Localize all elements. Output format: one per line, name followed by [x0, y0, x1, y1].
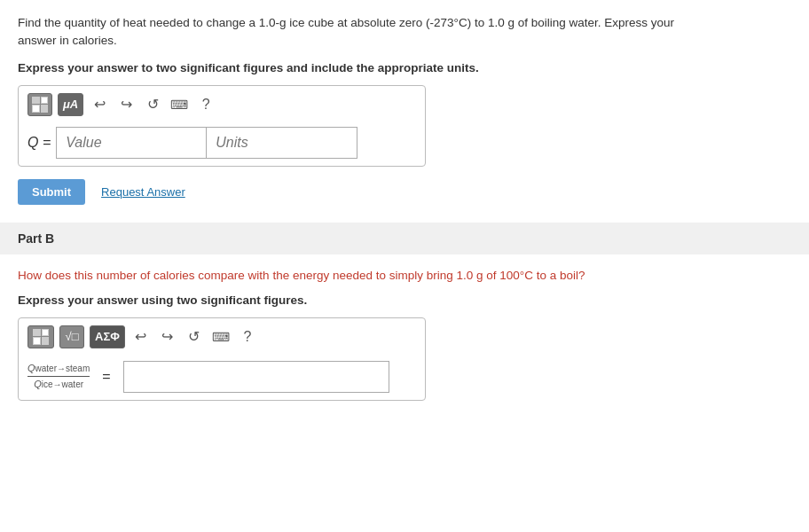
- undo-icon-b[interactable]: ↩: [130, 326, 152, 348]
- toolbar-a: μA ↩ ↪ ↺ ⌨ ?: [27, 93, 416, 120]
- action-row: Submit Request Answer: [18, 179, 791, 205]
- sqrt-button[interactable]: √□: [59, 325, 84, 348]
- part-b-header: Part B: [0, 223, 809, 254]
- answer-box-b: √□ ΑΣΦ ↩ ↪ ↺ ⌨ ? Qwater→steam Qice→w: [18, 317, 426, 401]
- fraction-row: Qwater→steam Qice→water =: [27, 361, 416, 393]
- fraction-line: [27, 376, 90, 377]
- equals-sign: =: [102, 369, 110, 385]
- fraction-denominator: Qice→water: [34, 378, 83, 391]
- part-a-instruction: Express your answer to two significant f…: [18, 61, 791, 74]
- part-a-question: Find the quantity of heat needed to chan…: [18, 14, 791, 51]
- part-b-instruction: Express your answer using two significan…: [18, 293, 791, 307]
- toolbar-b: √□ ΑΣΦ ↩ ↪ ↺ ⌨ ?: [27, 325, 416, 352]
- redo-icon[interactable]: ↪: [115, 94, 137, 115]
- fraction-numerator: Qwater→steam: [27, 362, 90, 375]
- help-icon-b[interactable]: ?: [237, 326, 258, 348]
- mu-button[interactable]: μA: [58, 93, 83, 116]
- keyboard-icon[interactable]: ⌨: [169, 94, 190, 115]
- answer-box-a: μA ↩ ↪ ↺ ⌨ ? Q =: [18, 85, 426, 167]
- fraction: Qwater→steam Qice→water: [27, 362, 90, 392]
- refresh-icon[interactable]: ↺: [142, 94, 163, 115]
- q-label: Q =: [27, 135, 51, 151]
- submit-button[interactable]: Submit: [18, 179, 85, 205]
- refresh-icon-b[interactable]: ↺: [184, 326, 205, 348]
- help-icon[interactable]: ?: [195, 94, 216, 115]
- units-input[interactable]: [207, 127, 357, 159]
- icon-blocks-button[interactable]: [27, 93, 52, 116]
- value-input[interactable]: [56, 127, 207, 159]
- request-answer-link[interactable]: Request Answer: [101, 185, 185, 199]
- redo-icon-b[interactable]: ↪: [157, 326, 178, 348]
- input-row-a: Q =: [27, 127, 416, 159]
- fraction-answer-input[interactable]: [123, 361, 389, 393]
- keyboard-icon-b[interactable]: ⌨: [210, 326, 232, 348]
- icon-blocks-button-b[interactable]: [27, 325, 54, 348]
- ase-button[interactable]: ΑΣΦ: [90, 325, 125, 348]
- part-b-question: How does this number of calories compare…: [18, 267, 791, 285]
- undo-icon[interactable]: ↩: [89, 94, 110, 115]
